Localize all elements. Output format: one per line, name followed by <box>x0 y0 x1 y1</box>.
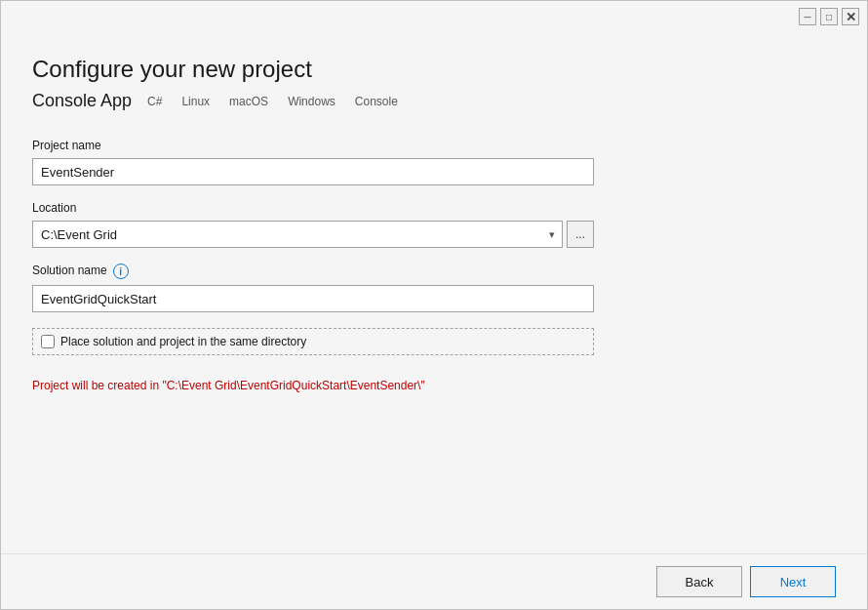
project-name-label: Project name <box>32 139 836 152</box>
location-select[interactable]: C:\Event Grid <box>32 221 563 248</box>
minimize-icon: ─ <box>804 12 810 22</box>
location-row: C:\Event Grid ... <box>32 221 836 248</box>
same-directory-checkbox[interactable] <box>41 335 55 348</box>
tag-csharp: C# <box>143 94 166 109</box>
footer: Back Next <box>1 553 867 609</box>
tag-console: Console <box>351 94 402 109</box>
close-icon: ✕ <box>846 10 856 24</box>
tag-macos: macOS <box>225 94 272 109</box>
title-bar: ─ □ ✕ <box>1 1 867 32</box>
solution-name-info-icon[interactable]: i <box>113 264 129 279</box>
title-bar-controls: ─ □ ✕ <box>799 8 859 25</box>
maximize-icon: □ <box>826 12 832 22</box>
app-name: Console App <box>32 91 132 111</box>
project-path-info: Project will be created in "C:\Event Gri… <box>32 379 836 392</box>
minimize-button[interactable]: ─ <box>799 8 816 25</box>
next-button[interactable]: Next <box>750 566 836 597</box>
close-button[interactable]: ✕ <box>842 8 859 25</box>
solution-name-group: Solution name i <box>32 264 836 312</box>
subtitle-row: Console App C# Linux macOS Windows Conso… <box>32 91 836 111</box>
solution-name-input[interactable] <box>32 285 594 312</box>
solution-name-label: Solution name <box>32 264 107 277</box>
same-directory-label[interactable]: Place solution and project in the same d… <box>60 335 306 348</box>
location-group: Location C:\Event Grid ... <box>32 201 836 248</box>
tag-linux: Linux <box>178 94 214 109</box>
project-name-input[interactable] <box>32 158 594 185</box>
location-select-wrapper: C:\Event Grid <box>32 221 563 248</box>
main-content: Configure your new project Console App C… <box>1 32 867 553</box>
tag-windows: Windows <box>284 94 339 109</box>
browse-button[interactable]: ... <box>567 221 594 248</box>
form: Project name Location C:\Event Grid ... … <box>32 139 836 534</box>
project-name-group: Project name <box>32 139 836 185</box>
checkbox-group: Place solution and project in the same d… <box>32 328 836 355</box>
back-button[interactable]: Back <box>656 566 742 597</box>
page-title: Configure your new project <box>32 56 836 83</box>
maximize-button[interactable]: □ <box>820 8 838 25</box>
same-directory-row: Place solution and project in the same d… <box>32 328 594 355</box>
location-label: Location <box>32 201 836 215</box>
window: ─ □ ✕ Configure your new project Console… <box>0 0 868 610</box>
solution-name-label-row: Solution name i <box>32 264 836 279</box>
